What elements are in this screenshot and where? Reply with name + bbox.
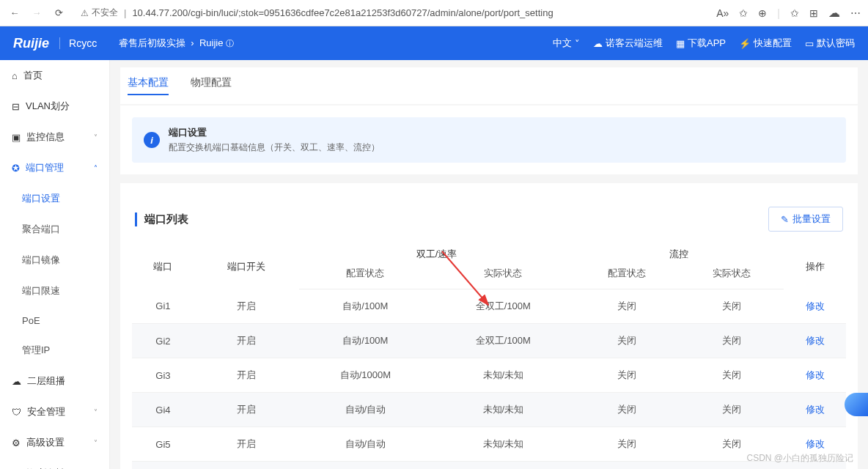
cloud-link[interactable]: ☁ 诺客云端运维 [593,37,663,50]
cell-switch: 开启 [194,289,299,324]
cell-act-fc: 关闭 [679,393,784,427]
sidebar: ⌂首页 ⊟VLAN划分 ▣监控信息˅ ✪端口管理˄ 端口设置 聚合端口 端口镜像… [0,60,110,469]
sidebar-item-advanced[interactable]: ⚙高级设置˅ [0,427,109,458]
edit-link[interactable]: 修改 [806,438,825,449]
cell-act-dr: 全双工/100M [432,289,574,324]
content-area: 基本配置 物理配置 i 端口设置 配置交换机端口基础信息（开关、双工、速率、流控… [110,60,868,469]
back-button[interactable]: ← [7,6,22,21]
cell-port: Gi6 [132,462,194,470]
sidebar-item-mirror[interactable]: 端口镜像 [0,245,109,276]
cell-act-fc: 关闭 [679,289,784,324]
cell-switch: 开启 [194,358,299,393]
th-flow-control: 流控 [575,242,784,264]
cell-port: Gi4 [132,393,194,427]
batch-settings-button[interactable]: ✎批量设置 [768,207,843,232]
star-outline-icon[interactable]: ✩ [739,7,748,19]
monitor-icon: ▣ [12,132,21,143]
edit-link[interactable]: 修改 [806,369,825,380]
cell-cfg-dr: 自动/自动 [299,462,433,470]
vlan-icon: ⊟ [12,101,20,112]
list-title: 端口列表 [135,213,188,226]
watermark: CSDN @小白的孤独历险记 [746,452,853,465]
cell-switch: 开启 [194,324,299,358]
info-icon: i [144,132,160,148]
insecure-icon: ⚠ 不安全 [81,7,118,19]
cell-cfg-fc: 关闭 [575,393,680,427]
cell-cfg-dr: 自动/100M [299,289,433,324]
cell-act-dr: 未知/未知 [432,462,574,470]
home-icon: ⌂ [12,70,18,81]
sidebar-item-aggregate[interactable]: 聚合端口 [0,214,109,245]
address-bar[interactable]: ⚠ 不安全 | 10.44.77.200/cgi-bin/luci/;stok=… [73,7,709,19]
chevron-down-icon: ˅ [94,439,98,447]
tab-physical[interactable]: 物理配置 [191,76,232,95]
th-duplex-rate: 双工/速率 [299,242,575,264]
sidebar-item-monitor[interactable]: ▣监控信息˅ [0,122,109,152]
more-icon[interactable]: ⋯ [850,7,861,19]
edit-link[interactable]: 修改 [806,404,825,415]
forward-button[interactable]: → [29,6,44,21]
default-password[interactable]: ▭ 默认密码 [805,37,855,50]
cell-port: Gi2 [132,324,194,358]
download-app[interactable]: ▦ 下载APP [676,37,726,50]
sidebar-item-home[interactable]: ⌂首页 [0,60,109,91]
cell-cfg-dr: 自动/自动 [299,427,433,462]
float-assistant[interactable] [845,393,868,416]
sidebar-item-rate-limit[interactable]: 端口限速 [0,276,109,306]
th-act-state-1: 实际状态 [432,264,574,289]
cell-switch: 开启 [194,427,299,462]
sidebar-item-vlan[interactable]: ⊟VLAN划分 [0,91,109,122]
cell-act-dr: 全双工/100M [432,324,574,358]
table-row: Gi2 开启 自动/100M 全双工/100M 关闭 关闭 修改 [132,324,846,358]
advanced-icon: ⚙ [12,437,21,448]
cell-port: Gi5 [132,427,194,462]
table-row: Gi6 开启 自动/自动 未知/未知 关闭 关闭 修改 [132,462,846,470]
cell-cfg-fc: 关闭 [575,427,680,462]
port-icon: ✪ [12,163,20,174]
refresh-button[interactable]: ⟳ [51,6,66,21]
cell-switch: 开启 [194,462,299,470]
table-row: Gi4 开启 自动/自动 未知/未知 关闭 关闭 修改 [132,393,846,427]
chevron-down-icon: ˅ [94,408,98,416]
th-action: 操作 [784,242,846,289]
chevron-up-icon: ˄ [94,164,98,172]
edit-link[interactable]: 修改 [806,335,825,346]
th-switch: 端口开关 [194,242,299,289]
tabs: 基本配置 物理配置 [120,67,858,104]
cell-port: Gi3 [132,358,194,393]
sidebar-item-port-mgmt[interactable]: ✪端口管理˄ [0,152,109,183]
favorites-icon[interactable]: ✩ [790,7,799,19]
sidebar-item-security[interactable]: 🛡安全管理˅ [0,396,109,427]
quick-config[interactable]: ⚡ 快速配置 [739,37,792,50]
app-header: Ruijie Rcycc 睿售后初级实操 › Ruijie ⓘ 中文 ˅ ☁ 诺… [0,26,868,60]
cell-cfg-dr: 自动/1000M [299,358,433,393]
cell-act-fc: 关闭 [679,324,784,358]
sidebar-item-mgmt-ip[interactable]: 管理IP [0,335,109,366]
breadcrumb-2[interactable]: Ruijie [199,37,224,48]
sidebar-item-port-setting[interactable]: 端口设置 [0,183,109,214]
th-cfg-state-2: 配置状态 [575,264,680,289]
lang-selector[interactable]: 中文 ˅ [553,37,580,50]
settings-sync-icon[interactable]: ⊕ [758,7,767,19]
breadcrumb-1[interactable]: 睿售后初级实操 [119,37,185,48]
tab-basic[interactable]: 基本配置 [128,76,169,95]
multicast-icon: ☁ [12,376,21,387]
port-table: 端口 端口开关 双工/速率 流控 操作 配置状态 实际状态 配置状态 实际状态 … [132,242,846,469]
sidebar-item-poe[interactable]: PoE [0,306,109,335]
cell-act-dr: 未知/未知 [432,427,574,462]
cell-act-dr: 未知/未知 [432,358,574,393]
th-port: 端口 [132,242,194,289]
info-title: 端口设置 [169,126,380,139]
cell-cfg-fc: 关闭 [575,289,680,324]
edit-link[interactable]: 修改 [806,300,825,311]
collections-icon[interactable]: ⊞ [809,7,818,19]
profile-icon[interactable]: ☁ [828,6,840,20]
sidebar-item-diagnosis[interactable]: ✚故障诊断˅ [0,458,109,469]
sidebar-item-l2-multicast[interactable]: ☁二层组播 [0,366,109,396]
chevron-down-icon: ˅ [94,133,98,141]
cell-act-fc: 关闭 [679,358,784,393]
cell-act-dr: 未知/未知 [432,393,574,427]
read-aloud-icon[interactable]: A» [716,7,729,19]
info-desc: 配置交换机端口基础信息（开关、双工、速率、流控） [169,141,380,154]
logo-sub: Rcycc [59,37,97,49]
